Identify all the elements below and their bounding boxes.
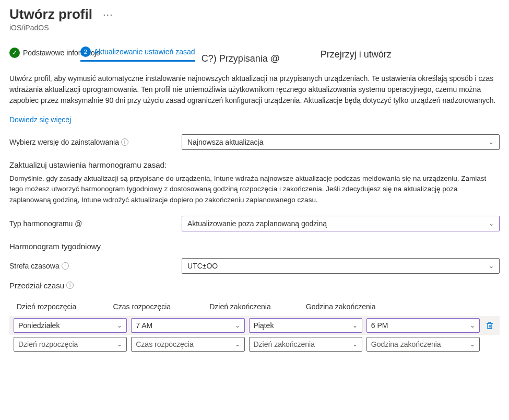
timezone-label: Strefa czasowa (9, 262, 60, 270)
tab-update-settings[interactable]: 2 Aktualizowanie ustawień zasad (80, 46, 195, 62)
end-day-value: Piątek (254, 321, 274, 330)
schedule-section-title: Zaktualizuj ustawienia harmonogramu zasa… (9, 160, 500, 169)
chevron-down-icon: ⌄ (470, 322, 475, 329)
start-day-value: Poniedziałek (18, 321, 60, 330)
timezone-value: UTC±OO (187, 262, 218, 270)
info-icon[interactable]: i (62, 262, 69, 270)
time-range-label: Przedział czasu (9, 281, 64, 290)
version-value: Najnowsza aktualizacja (187, 138, 264, 146)
info-icon[interactable]: i (66, 282, 74, 289)
table-row: Dzień rozpoczęcia ⌄ Czas rozpoczęcia ⌄ D… (9, 335, 500, 354)
col-end-time: Godzina zakończenia (303, 302, 399, 311)
col-start-day: Dzień rozpoczęcia (14, 302, 110, 311)
end-day-select[interactable]: Piątek ⌄ (249, 318, 362, 333)
tab-review-label: Przejrzyj i utwórz (321, 49, 392, 60)
chevron-down-icon: ⌄ (470, 341, 475, 348)
col-end-day: Dzień zakończenia (206, 302, 303, 311)
schedule-table: Dzień rozpoczęcia Czas rozpoczęcia Dzień… (9, 302, 500, 354)
version-label: Wybierz wersję do zainstalowania (9, 138, 119, 146)
page-description: Utwórz profil, aby wymusić automatyczne … (9, 73, 500, 106)
chevron-down-icon: ⌄ (235, 322, 240, 329)
end-time-value: 6 PM (371, 321, 388, 330)
chevron-down-icon: ⌄ (117, 341, 122, 348)
start-time-select[interactable]: 7 AM ⌄ (131, 318, 244, 333)
step-icon: 2 (80, 46, 91, 57)
version-select[interactable]: Najnowsza aktualizacja ⌄ (182, 134, 500, 150)
table-row: Poniedziałek ⌄ 7 AM ⌄ Piątek ⌄ 6 PM ⌄ (9, 316, 500, 335)
schedule-type-label: Typ harmonogramu @ (9, 219, 82, 228)
col-start-time: Czas rozpoczęcia (110, 302, 207, 311)
chevron-down-icon: ⌄ (489, 220, 494, 227)
wizard-tabs: ✓ Podstawowe informacje 2 Aktualizowanie… (9, 46, 500, 62)
end-time-placeholder: Godzina zakończenia (371, 340, 441, 348)
chevron-down-icon: ⌄ (489, 262, 494, 270)
chevron-down-icon: ⌄ (235, 341, 240, 348)
end-time-select[interactable]: Godzina zakończenia ⌄ (366, 337, 480, 352)
start-time-placeholder: Czas rozpoczęcia (136, 340, 194, 348)
schedule-description: Domyślnie. gdy zasady aktualizacji są pr… (9, 173, 500, 205)
end-day-placeholder: Dzień zakończenia (254, 340, 315, 348)
start-day-placeholder: Dzień rozpoczęcia (18, 340, 78, 348)
end-day-select[interactable]: Dzień zakończenia ⌄ (249, 337, 362, 352)
info-icon[interactable]: i (121, 138, 128, 146)
tab-assignments-label: C?) Przypisania @ (202, 53, 280, 64)
start-time-value: 7 AM (136, 321, 152, 330)
weekly-schedule-label: Harmonogram tygodniowy (9, 242, 500, 251)
trash-icon (486, 321, 494, 330)
timezone-select[interactable]: UTC±OO ⌄ (182, 258, 500, 274)
tab-update-label: Aktualizowanie ustawień zasad (94, 48, 195, 56)
chevron-down-icon: ⌄ (352, 322, 358, 329)
start-day-select[interactable]: Dzień rozpoczęcia ⌄ (14, 337, 127, 352)
end-time-select[interactable]: 6 PM ⌄ (366, 318, 480, 333)
page-title: Utwórz profil (9, 6, 92, 22)
check-icon: ✓ (9, 48, 20, 58)
tab-review[interactable]: Review + create Przejrzyj i utwórz (321, 50, 373, 59)
learn-more-link[interactable]: Dowiedz się więcej (9, 115, 71, 124)
schedule-type-select[interactable]: Aktualizowanie poza zaplanowaną godziną … (182, 216, 500, 231)
start-time-select[interactable]: Czas rozpoczęcia ⌄ (131, 337, 244, 352)
start-day-select[interactable]: Poniedziałek ⌄ (14, 318, 127, 333)
delete-row-button[interactable] (484, 321, 495, 330)
chevron-down-icon: ⌄ (352, 341, 358, 348)
schedule-type-value: Aktualizowanie poza zaplanowaną godziną (187, 219, 327, 228)
more-button[interactable]: ··· (99, 6, 117, 22)
chevron-down-icon: ⌄ (117, 322, 122, 329)
page-subtitle: iOS/iPadOS (9, 24, 500, 32)
chevron-down-icon: ⌄ (489, 138, 494, 146)
